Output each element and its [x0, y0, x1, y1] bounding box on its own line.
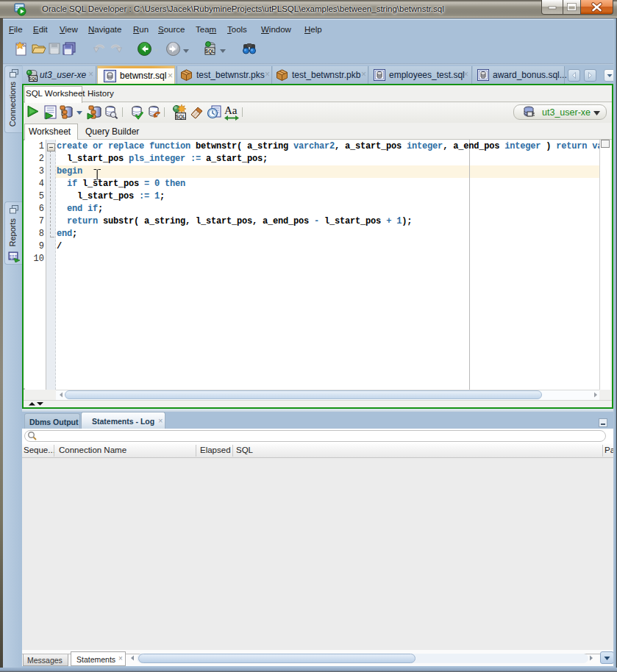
svg-text:SQL: SQL: [29, 76, 38, 81]
svg-text:SQL: SQL: [176, 114, 185, 120]
svg-text:SQL: SQL: [205, 49, 215, 54]
svg-text:Aa: Aa: [224, 104, 238, 116]
